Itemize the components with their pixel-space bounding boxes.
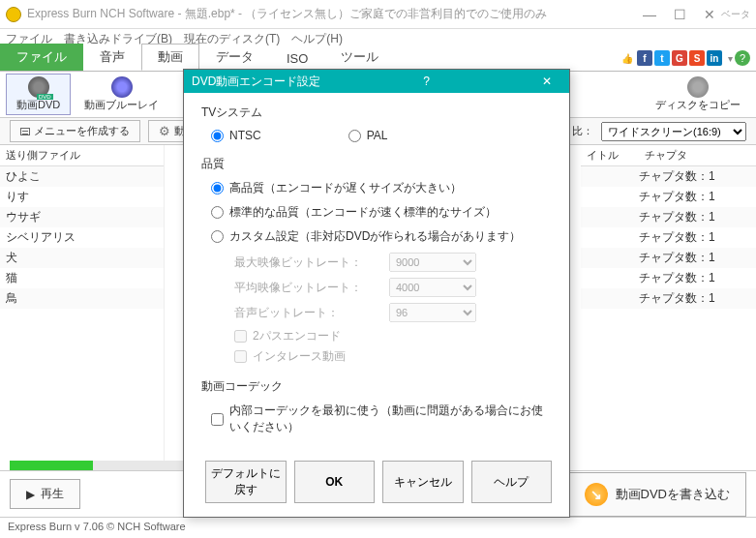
codec-section: 動画コーデック 内部コーデックを最初に使う（動画に問題がある場合にお使いください… — [201, 378, 552, 435]
list-item[interactable]: シベリアリス — [0, 227, 164, 248]
list-item[interactable]: りす — [0, 187, 164, 207]
interlace-checkbox: インタレース動画 — [211, 348, 552, 365]
tv-system-label: TVシステム — [201, 105, 552, 121]
quality-label: 品質 — [201, 156, 552, 172]
like-icon[interactable]: 👍 — [620, 50, 635, 66]
version-text: Express Burn v 7.06 © NCH Software — [8, 521, 186, 532]
toolbar-video-dvd[interactable]: 動画DVD — [6, 74, 71, 115]
stumble-icon[interactable]: S — [689, 50, 705, 66]
dvd-disc-icon — [28, 76, 49, 98]
chapter-cell[interactable]: チャプタ数：1 — [581, 268, 756, 288]
internal-codec-checkbox[interactable]: 内部コーデックを最初に使う（動画に問題がある場合にお使いください） — [201, 403, 552, 435]
bitrate-label: 平均映像ビットレート： — [234, 280, 389, 296]
radio-custom[interactable]: カスタム設定（非対応DVDが作られる場合があります） — [211, 228, 552, 245]
tab-iso[interactable]: ISO — [270, 46, 324, 71]
chapter-cell[interactable]: チャプタ数：1 — [581, 227, 756, 248]
window-controls: — ☐ ✕ — [643, 7, 715, 22]
checkbox-label: 内部コーデックを最初に使う（動画に問題がある場合にお使いください） — [229, 403, 552, 435]
button-label: 再生 — [41, 486, 64, 502]
toolbar-label: 動画ブルーレイ — [84, 98, 159, 112]
radio-hq[interactable]: 高品質（エンコードが遅くサイズが大きい） — [211, 180, 552, 196]
audio-bitrate-row: 音声ビットレート： 96 — [211, 303, 552, 322]
dialog-close-icon[interactable]: ✕ — [532, 75, 561, 88]
radio-pal[interactable]: PAL — [348, 129, 388, 142]
app-icon — [6, 7, 21, 22]
burn-button[interactable]: 動画DVDを書き込む — [568, 472, 746, 517]
dialog-help-icon[interactable]: ? — [413, 75, 439, 88]
source-file-column: 送り側ファイル ひよこ りす ウサギ シベリアリス 犬 猫 鳥 — [0, 145, 165, 484]
play-icon: ▶ — [26, 488, 35, 501]
radio-input[interactable] — [211, 182, 224, 194]
googleplus-icon[interactable]: G — [672, 50, 687, 66]
tab-audio[interactable]: 音声 — [83, 44, 141, 71]
column-header-source: 送り側ファイル — [0, 145, 164, 166]
chevron-down-icon[interactable]: ▾ — [728, 53, 733, 64]
radio-input[interactable] — [211, 230, 224, 243]
tab-file[interactable]: ファイル — [0, 44, 83, 71]
gear-icon: ⚙ — [159, 124, 170, 138]
toolbar-label: ディスクをコピー — [655, 98, 741, 112]
column-header-title: イトル — [581, 145, 639, 166]
help-icon[interactable]: ? — [735, 50, 750, 66]
radio-label: カスタム設定（非対応DVDが作られる場合があります） — [229, 228, 521, 245]
tab-tool[interactable]: ツール — [324, 44, 395, 71]
list-item[interactable]: 猫 — [0, 268, 164, 288]
radio-input[interactable] — [348, 130, 361, 142]
codec-label: 動画コーデック — [201, 378, 552, 395]
bitrate-label: 最大映像ビットレート： — [234, 254, 389, 271]
avg-bitrate-row: 平均映像ビットレート： 4000 — [211, 278, 552, 297]
tab-data[interactable]: データ — [199, 44, 270, 71]
list-icon — [20, 128, 30, 135]
audio-bitrate-select: 96 — [389, 303, 476, 322]
maximize-icon[interactable]: ☐ — [674, 7, 686, 22]
checkbox-label: 2パスエンコード — [253, 328, 341, 344]
radio-label: 高品質（エンコードが遅くサイズが大きい） — [229, 180, 462, 196]
chapter-cell[interactable]: チャプタ数：1 — [581, 166, 756, 187]
encode-settings-dialog: DVD動画エンコード設定 ? ✕ TVシステム NTSC PAL 品質 高品質（… — [183, 69, 570, 518]
chapter-cell[interactable]: チャプタ数：1 — [581, 207, 756, 227]
button-label: 動画DVDを書き込む — [616, 486, 730, 503]
minimize-icon[interactable]: — — [643, 7, 656, 22]
max-bitrate-select: 9000 — [389, 253, 476, 272]
help-button[interactable]: ヘルプ — [471, 461, 553, 503]
aspect-select[interactable]: ワイドスクリーン(16:9) — [601, 122, 746, 141]
toolbar-video-bluray[interactable]: 動画ブルーレイ — [75, 75, 168, 114]
dialog-title: DVD動画エンコード設定 — [192, 74, 320, 90]
radio-label: PAL — [367, 129, 388, 142]
list-item[interactable]: ひよこ — [0, 166, 164, 187]
toolbar-label: 動画DVD — [16, 98, 60, 112]
radio-input[interactable] — [211, 130, 224, 142]
linkedin-icon[interactable]: in — [707, 50, 722, 66]
dialog-buttons: デフォルトに戻す OK キャンセル ヘルプ — [184, 451, 569, 517]
close-icon[interactable]: ✕ — [704, 7, 715, 22]
radio-input[interactable] — [211, 206, 224, 219]
twitter-icon[interactable]: t — [654, 50, 670, 66]
statusbar: Express Burn v 7.06 © NCH Software — [0, 517, 756, 538]
list-item[interactable]: ウサギ — [0, 207, 164, 227]
radio-standard[interactable]: 標準的な品質（エンコードが速く標準的なサイズ） — [211, 204, 552, 221]
checkbox-input[interactable] — [211, 413, 224, 426]
cancel-button[interactable]: キャンセル — [382, 461, 464, 503]
ok-button[interactable]: OK — [294, 461, 376, 503]
play-button[interactable]: ▶ 再生 — [10, 479, 80, 509]
list-item[interactable]: 鳥 — [0, 288, 164, 309]
bluray-disc-icon — [111, 76, 133, 98]
chapter-cell[interactable]: チャプタ数：1 — [581, 248, 756, 268]
bitrate-label: 音声ビットレート： — [234, 305, 389, 321]
two-pass-checkbox: 2パスエンコード — [211, 328, 552, 344]
list-item[interactable]: 犬 — [0, 248, 164, 268]
progress-fill — [10, 461, 93, 470]
radio-ntsc[interactable]: NTSC — [211, 129, 261, 142]
dialog-titlebar: DVD動画エンコード設定 ? ✕ — [184, 70, 569, 93]
facebook-icon[interactable]: f — [637, 50, 652, 66]
dialog-body: TVシステム NTSC PAL 品質 高品質（エンコードが遅くサイズが大きい） … — [184, 93, 569, 451]
tab-video[interactable]: 動画 — [141, 44, 199, 71]
chapter-cell[interactable]: チャプタ数：1 — [581, 187, 756, 207]
titlebar: Express Burn NCH Software - 無題.ebp* - （ラ… — [0, 0, 756, 29]
toolbar-copy-disc[interactable]: ディスクをコピー — [646, 75, 750, 114]
checkbox-input — [234, 330, 247, 343]
chapter-cell[interactable]: チャプタ数：1 — [581, 288, 756, 309]
checkbox-label: インタレース動画 — [253, 348, 346, 365]
default-button[interactable]: デフォルトに戻す — [205, 461, 287, 503]
make-menu-button[interactable]: メニューを作成する — [10, 120, 140, 142]
